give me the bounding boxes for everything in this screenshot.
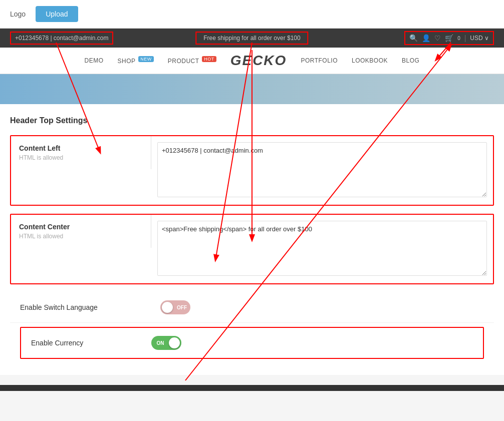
content-left-label: Content Left	[19, 144, 143, 152]
header-icons: 🔍 👤 ♡ 🛒 0 | USD ∨	[409, 34, 489, 42]
content-left-hint: HTML is allowed	[19, 154, 143, 161]
content-center-label: Content Center	[19, 223, 143, 231]
enable-currency-toggle[interactable]: ON	[151, 336, 181, 350]
preview-header-bar: +012345678 | contact@admin.com Free ship…	[0, 29, 504, 48]
settings-title: Header Top Settings	[10, 116, 494, 125]
switch-language-knob	[162, 302, 173, 313]
nav-lookbook[interactable]: LOOKBOOK	[352, 57, 388, 64]
preview-nav: DEMO SHOP NEW PRODUCT HOT GECKO PORTFOLI…	[0, 48, 504, 74]
currency-state: ON	[157, 340, 164, 346]
nav-demo[interactable]: DEMO	[85, 57, 104, 64]
content-left-input-col: +012345678 | contact@admin.com	[151, 136, 493, 205]
currency-selector[interactable]: USD ∨	[470, 35, 489, 42]
hot-badge: HOT	[202, 56, 216, 62]
switch-language-slider: OFF	[160, 300, 190, 314]
search-icon: 🔍	[409, 34, 418, 42]
enable-currency-row: Enable Currency ON	[20, 327, 484, 359]
content-center-hint: HTML is allowed	[19, 233, 143, 240]
bottom-bar	[0, 385, 504, 391]
new-badge: NEW	[138, 56, 154, 62]
header-right-area: 🔍 👤 ♡ 🛒 0 | USD ∨	[404, 31, 494, 45]
content-center-row: Content Center HTML is allowed <span>Fre…	[10, 214, 494, 284]
heart-icon: ♡	[434, 34, 441, 42]
cart-icon: 🛒	[445, 34, 453, 42]
switch-language-state: OFF	[177, 305, 187, 310]
nav-portfolio[interactable]: PORTFOLIO	[301, 57, 338, 64]
enable-switch-language-label: Enable Switch Language	[20, 303, 160, 311]
content-left-textarea[interactable]: +012345678 | contact@admin.com	[157, 142, 487, 197]
content-center-textarea[interactable]: <span>Free shipping</span> for all order…	[157, 221, 487, 276]
separator: |	[464, 34, 466, 42]
upload-button[interactable]: Upload	[36, 6, 78, 22]
content-left-row: Content Left HTML is allowed +012345678 …	[10, 135, 494, 206]
nav-shop[interactable]: SHOP NEW	[118, 57, 154, 65]
currency-knob	[169, 337, 180, 348]
cart-count: 0	[457, 36, 460, 41]
content-center-input-col: <span>Free shipping</span> for all order…	[151, 215, 493, 283]
preview-banner	[0, 74, 504, 104]
logo-label: Logo	[10, 10, 26, 18]
nav-logo-text: GECKO	[230, 53, 287, 69]
content-center-label-col: Content Center HTML is allowed	[11, 215, 151, 248]
enable-switch-language-toggle[interactable]: OFF	[160, 300, 190, 314]
header-center-content: Free shipping for all order over $100	[195, 32, 308, 45]
preview-wrapper: +012345678 | contact@admin.com Free ship…	[0, 29, 504, 104]
enable-currency-label: Enable Currency	[31, 339, 151, 347]
content-left-label-col: Content Left HTML is allowed	[11, 136, 151, 169]
nav-blog[interactable]: BLOG	[402, 57, 419, 64]
nav-product[interactable]: PRODUCT HOT	[168, 57, 216, 65]
settings-area: Header Top Settings Content Left HTML is…	[0, 104, 504, 375]
currency-slider: ON	[151, 336, 181, 350]
header-left-content: +012345678 | contact@admin.com	[10, 32, 113, 45]
enable-switch-language-row: Enable Switch Language OFF	[10, 292, 494, 323]
user-icon: 👤	[422, 34, 430, 42]
logo-section: Logo Upload	[0, 0, 504, 29]
